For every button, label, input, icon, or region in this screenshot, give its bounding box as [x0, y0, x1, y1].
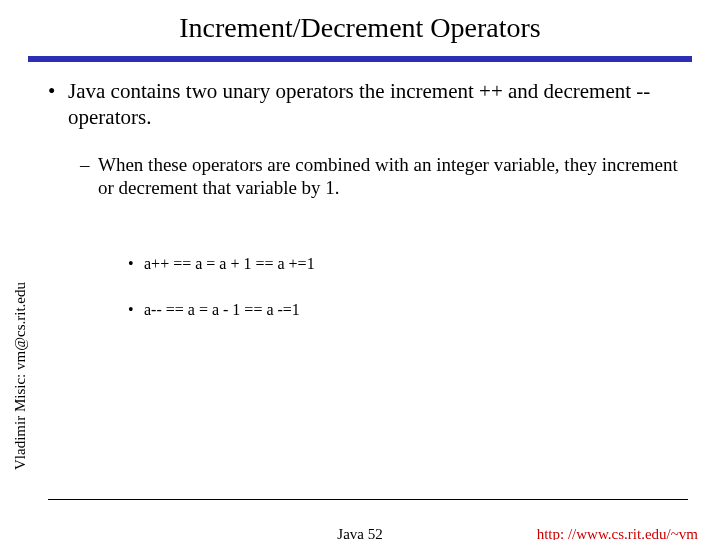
code-examples: • a++ == a = a + 1 == a +=1 • a-- == a =… — [128, 255, 315, 347]
code-line: • a++ == a = a + 1 == a +=1 — [128, 255, 315, 273]
bullet-dot-icon: • — [48, 78, 68, 131]
sub-bullet-text: When these operators are combined with a… — [98, 153, 688, 201]
bullet-dot-icon: • — [128, 255, 144, 273]
code-text: a++ == a = a + 1 == a +=1 — [144, 255, 315, 273]
footer-divider — [48, 499, 688, 500]
title-divider — [28, 56, 692, 62]
code-text: a-- == a = a - 1 == a -=1 — [144, 301, 300, 319]
bullet-dot-icon: • — [128, 301, 144, 319]
code-line: • a-- == a = a - 1 == a -=1 — [128, 301, 315, 319]
author-label: Vladimir Misic: vm@cs.rit.edu — [12, 282, 29, 470]
bullet-dash-icon: – — [80, 153, 98, 201]
footer-url: http: //www.cs.rit.edu/~vm — [537, 526, 698, 540]
bullet-level-1: • Java contains two unary operators the … — [48, 78, 688, 131]
slide: Increment/Decrement Operators • Java con… — [0, 0, 720, 540]
bullet-text: Java contains two unary operators the in… — [68, 78, 688, 131]
content-area: • Java contains two unary operators the … — [48, 78, 688, 200]
bullet-level-2: – When these operators are combined with… — [80, 153, 688, 201]
slide-title: Increment/Decrement Operators — [0, 12, 720, 44]
